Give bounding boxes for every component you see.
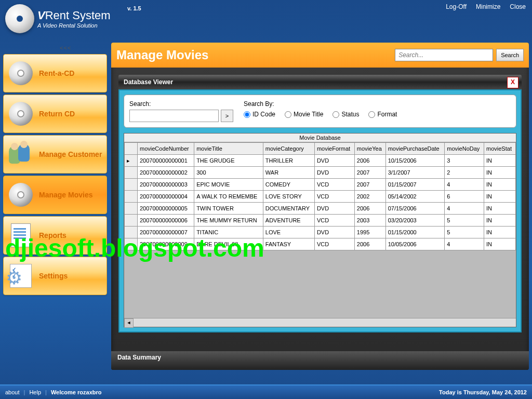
row-selector[interactable]: ▸ xyxy=(125,155,138,167)
sidebar-item-reports[interactable]: Reports xyxy=(3,216,107,255)
grid-cell[interactable]: 200700000000002 xyxy=(138,167,194,179)
db-close-button[interactable]: X xyxy=(507,77,518,88)
table-row[interactable]: 200700000000004A WALK TO REMEMBELOVE STO… xyxy=(125,191,516,203)
grid-cell[interactable]: 07/15/2006 xyxy=(385,203,445,215)
grid-cell[interactable]: IN xyxy=(484,191,516,203)
grid-cell[interactable]: A WALK TO REMEMBE xyxy=(194,191,263,203)
grid-cell[interactable]: 200700000000003 xyxy=(138,179,194,191)
grid-cell[interactable]: IN xyxy=(484,155,516,167)
grid-column-header[interactable]: movieYea xyxy=(354,143,385,155)
row-selector[interactable] xyxy=(125,167,138,179)
grid-column-header[interactable]: movieCategory xyxy=(263,143,314,155)
grid-cell[interactable]: 5 xyxy=(445,215,484,227)
grid-cell[interactable]: TITANIC xyxy=(194,227,263,238)
collapse-sidebar[interactable]: <<< xyxy=(60,45,71,51)
grid-cell[interactable]: 10/15/2006 xyxy=(385,155,445,167)
about-link[interactable]: about xyxy=(5,389,20,395)
grid-cell[interactable]: IN xyxy=(484,179,516,191)
logoff-link[interactable]: Log-Off xyxy=(446,3,467,10)
grid-cell[interactable]: 3 xyxy=(445,155,484,167)
grid-cell[interactable]: 3/1/2007 xyxy=(385,167,445,179)
global-search-button[interactable]: Search xyxy=(496,49,524,61)
table-row[interactable]: 200700000000002300WARDVD20073/1/20072IN xyxy=(125,167,516,179)
grid-cell[interactable]: 2 xyxy=(445,167,484,179)
grid-cell[interactable]: 200700000000005 xyxy=(138,203,194,215)
db-search-go-button[interactable]: > xyxy=(221,110,233,122)
sidebar-item-settings[interactable]: Settings xyxy=(3,257,107,295)
scroll-left-icon[interactable]: ◄ xyxy=(124,318,134,328)
grid-cell[interactable]: 200700000000001 xyxy=(138,155,194,167)
grid-cell[interactable]: IN xyxy=(484,167,516,179)
help-link[interactable]: Help xyxy=(29,389,41,395)
grid-cell[interactable]: 5 xyxy=(445,227,484,238)
minimize-link[interactable]: Minimize xyxy=(476,3,500,10)
grid-cell[interactable]: 4 xyxy=(445,179,484,191)
grid-cell[interactable]: 10/05/2006 xyxy=(385,238,445,250)
grid-cell[interactable]: 2006 xyxy=(354,238,385,250)
grid-hscrollbar[interactable]: ◄ xyxy=(124,318,516,327)
grid-cell[interactable]: TWIN TOWER xyxy=(194,203,263,215)
grid-cell[interactable]: IN xyxy=(484,215,516,227)
grid-cell[interactable]: 4 xyxy=(445,203,484,215)
grid-cell[interactable]: 200700000000004 xyxy=(138,191,194,203)
grid-cell[interactable]: DOCUMENTARY xyxy=(263,203,314,215)
row-selector[interactable] xyxy=(125,179,138,191)
row-selector[interactable] xyxy=(125,215,138,227)
grid-cell[interactable]: FANTASY xyxy=(263,238,314,250)
grid-cell[interactable]: VCD xyxy=(314,238,354,250)
table-row[interactable]: 200700000000003EPIC MOVIECOMEDYVCD200701… xyxy=(125,179,516,191)
row-selector[interactable] xyxy=(125,238,138,250)
grid-cell[interactable]: 200700000000007 xyxy=(138,227,194,238)
grid-cell[interactable]: THRILLER xyxy=(263,155,314,167)
grid-cell[interactable]: IN xyxy=(484,227,516,238)
table-row[interactable]: 200700000000005TWIN TOWERDOCUMENTARYDVD2… xyxy=(125,203,516,215)
grid-cell[interactable]: DVD xyxy=(314,155,354,167)
radio-title[interactable]: Movie Title xyxy=(285,111,323,118)
grid-cell[interactable]: DVD xyxy=(314,227,354,238)
grid-cell[interactable]: VCD xyxy=(314,179,354,191)
grid-column-header[interactable]: movieNoDay xyxy=(445,143,484,155)
movie-grid[interactable]: Movie Database movieCodeNumbermovieTitle… xyxy=(124,133,516,327)
radio-format[interactable]: Format xyxy=(368,111,397,118)
grid-cell[interactable]: VCD xyxy=(314,191,354,203)
sidebar-item-customer[interactable]: Manage Customer xyxy=(3,135,107,174)
radio-status[interactable]: Status xyxy=(332,111,359,118)
grid-column-header[interactable]: moviePurchaseDate xyxy=(385,143,445,155)
sidebar-item-return[interactable]: Return CD xyxy=(3,95,107,133)
global-search-input[interactable] xyxy=(395,49,493,61)
grid-cell[interactable]: IN xyxy=(484,203,516,215)
grid-cell[interactable]: THE MUMMY RETURN xyxy=(194,215,263,227)
grid-cell[interactable]: 200700000000006 xyxy=(138,215,194,227)
row-selector[interactable] xyxy=(125,191,138,203)
table-row[interactable]: ▸200700000000001THE GRUDGETHRILLERDVD200… xyxy=(125,155,516,167)
grid-column-header[interactable]: movieFormat xyxy=(314,143,354,155)
grid-cell[interactable]: 01/15/2000 xyxy=(385,227,445,238)
db-search-input[interactable] xyxy=(129,110,219,122)
grid-cell[interactable]: DARE DEVIL 98 xyxy=(194,238,263,250)
grid-cell[interactable]: COMEDY xyxy=(263,179,314,191)
grid-cell[interactable]: DVD xyxy=(314,167,354,179)
grid-cell[interactable]: 2006 xyxy=(354,155,385,167)
table-row[interactable]: 200700000000009DARE DEVIL 98FANTASYVCD20… xyxy=(125,238,516,250)
grid-cell[interactable]: VCD xyxy=(314,215,354,227)
grid-cell[interactable]: THE GRUDGE xyxy=(194,155,263,167)
grid-cell[interactable]: EPIC MOVIE xyxy=(194,179,263,191)
grid-cell[interactable]: 300 xyxy=(194,167,263,179)
grid-column-header[interactable]: movieTitle xyxy=(194,143,263,155)
sidebar-item-rent[interactable]: Rent-a-CD xyxy=(3,54,107,92)
grid-cell[interactable]: ADVENTURE xyxy=(263,215,314,227)
grid-cell[interactable]: 200700000000009 xyxy=(138,238,194,250)
table-row[interactable]: 200700000000006THE MUMMY RETURNADVENTURE… xyxy=(125,215,516,227)
grid-cell[interactable]: LOVE STORY xyxy=(263,191,314,203)
table-row[interactable]: 200700000000007TITANICLOVEDVD199501/15/2… xyxy=(125,227,516,238)
sidebar-item-movies[interactable]: Manage Movies xyxy=(3,176,107,214)
grid-cell[interactable]: 2006 xyxy=(354,203,385,215)
grid-cell[interactable]: 1995 xyxy=(354,227,385,238)
row-selector[interactable] xyxy=(125,203,138,215)
grid-cell[interactable]: DVD xyxy=(314,203,354,215)
grid-cell[interactable]: IN xyxy=(484,238,516,250)
grid-cell[interactable]: 6 xyxy=(445,191,484,203)
grid-cell[interactable]: 2007 xyxy=(354,179,385,191)
close-link[interactable]: Close xyxy=(510,3,526,10)
grid-cell[interactable]: 01/15/2007 xyxy=(385,179,445,191)
